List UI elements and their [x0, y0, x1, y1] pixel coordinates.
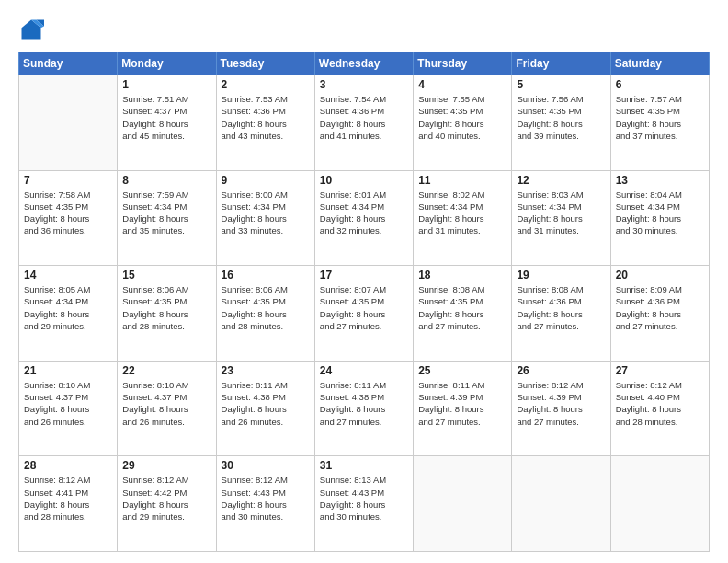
cell-content: Sunrise: 7:59 AMSunset: 4:34 PMDaylight:…	[122, 189, 210, 237]
day-number: 15	[122, 269, 210, 282]
cell-content: Sunrise: 8:06 AMSunset: 4:35 PMDaylight:…	[222, 283, 310, 332]
cell-w3-d2: 23Sunrise: 8:11 AMSunset: 4:38 PMDayligh…	[216, 361, 314, 456]
day-number: 28	[24, 459, 112, 472]
day-number: 7	[24, 174, 112, 187]
day-number: 8	[122, 174, 210, 187]
calendar-header-row: SundayMondayTuesdayWednesdayThursdayFrid…	[19, 52, 710, 75]
cell-w0-d2: 2Sunrise: 7:53 AMSunset: 4:36 PMDaylight…	[216, 75, 314, 171]
day-number: 21	[24, 364, 112, 377]
logo-icon	[18, 17, 44, 42]
cell-w4-d5	[512, 456, 610, 552]
cell-w4-d1: 29Sunrise: 8:12 AMSunset: 4:42 PMDayligh…	[118, 456, 216, 552]
day-number: 17	[320, 269, 408, 282]
day-number: 23	[222, 364, 310, 377]
day-number: 5	[517, 78, 605, 91]
cell-content: Sunrise: 8:10 AMSunset: 4:37 PMDaylight:…	[122, 379, 210, 428]
day-number: 30	[222, 459, 310, 472]
cell-w2-d1: 15Sunrise: 8:06 AMSunset: 4:35 PMDayligh…	[118, 266, 216, 362]
cell-content: Sunrise: 7:53 AMSunset: 4:36 PMDaylight:…	[222, 93, 310, 142]
week-row-2: 14Sunrise: 8:05 AMSunset: 4:34 PMDayligh…	[19, 266, 710, 362]
cell-w2-d3: 17Sunrise: 8:07 AMSunset: 4:35 PMDayligh…	[314, 266, 413, 362]
cell-w1-d4: 11Sunrise: 8:02 AMSunset: 4:34 PMDayligh…	[414, 170, 512, 266]
cell-w1-d3: 10Sunrise: 8:01 AMSunset: 4:34 PMDayligh…	[314, 170, 413, 266]
week-row-1: 7Sunrise: 7:58 AMSunset: 4:35 PMDaylight…	[19, 170, 710, 266]
col-header-monday: Monday	[118, 52, 216, 75]
page: SundayMondayTuesdayWednesdayThursdayFrid…	[0, 0, 728, 563]
cell-w4-d2: 30Sunrise: 8:12 AMSunset: 4:43 PMDayligh…	[216, 456, 314, 552]
day-number: 16	[222, 269, 310, 282]
header	[18, 17, 710, 42]
cell-content: Sunrise: 8:12 AMSunset: 4:39 PMDaylight:…	[517, 379, 605, 428]
cell-content: Sunrise: 8:09 AMSunset: 4:36 PMDaylight:…	[616, 283, 704, 332]
day-number: 24	[320, 364, 408, 377]
cell-w3-d0: 21Sunrise: 8:10 AMSunset: 4:37 PMDayligh…	[19, 361, 118, 456]
week-row-0: 1Sunrise: 7:51 AMSunset: 4:37 PMDaylight…	[19, 75, 710, 171]
cell-content: Sunrise: 8:05 AMSunset: 4:34 PMDaylight:…	[24, 283, 112, 332]
cell-w4-d0: 28Sunrise: 8:12 AMSunset: 4:41 PMDayligh…	[19, 456, 118, 552]
cell-w1-d5: 12Sunrise: 8:03 AMSunset: 4:34 PMDayligh…	[512, 170, 610, 266]
col-header-saturday: Saturday	[610, 52, 709, 75]
cell-w2-d0: 14Sunrise: 8:05 AMSunset: 4:34 PMDayligh…	[19, 266, 118, 362]
col-header-thursday: Thursday	[414, 52, 512, 75]
col-header-sunday: Sunday	[19, 52, 118, 75]
day-number: 14	[24, 269, 112, 282]
cell-w1-d0: 7Sunrise: 7:58 AMSunset: 4:35 PMDaylight…	[19, 170, 118, 266]
cell-w1-d2: 9Sunrise: 8:00 AMSunset: 4:34 PMDaylight…	[216, 170, 314, 266]
cell-w1-d1: 8Sunrise: 7:59 AMSunset: 4:34 PMDaylight…	[118, 170, 216, 266]
cell-w2-d4: 18Sunrise: 8:08 AMSunset: 4:35 PMDayligh…	[414, 266, 512, 362]
cell-content: Sunrise: 8:03 AMSunset: 4:34 PMDaylight:…	[517, 189, 605, 237]
cell-content: Sunrise: 8:00 AMSunset: 4:34 PMDaylight:…	[222, 189, 310, 237]
day-number: 18	[418, 269, 506, 282]
cell-w0-d1: 1Sunrise: 7:51 AMSunset: 4:37 PMDaylight…	[118, 75, 216, 171]
day-number: 27	[616, 364, 704, 377]
cell-content: Sunrise: 8:11 AMSunset: 4:38 PMDaylight:…	[222, 379, 310, 428]
cell-content: Sunrise: 8:10 AMSunset: 4:37 PMDaylight:…	[24, 379, 112, 428]
cell-content: Sunrise: 8:01 AMSunset: 4:34 PMDaylight:…	[320, 189, 408, 237]
cell-content: Sunrise: 7:57 AMSunset: 4:35 PMDaylight:…	[616, 93, 704, 142]
cell-content: Sunrise: 8:13 AMSunset: 4:43 PMDaylight:…	[320, 474, 408, 523]
cell-w4-d4	[414, 456, 512, 552]
day-number: 25	[418, 364, 506, 377]
day-number: 4	[418, 78, 506, 91]
cell-content: Sunrise: 8:07 AMSunset: 4:35 PMDaylight:…	[320, 283, 408, 332]
cell-content: Sunrise: 7:56 AMSunset: 4:35 PMDaylight:…	[517, 93, 605, 142]
day-number: 9	[222, 174, 310, 187]
day-number: 11	[418, 174, 506, 187]
cell-content: Sunrise: 7:51 AMSunset: 4:37 PMDaylight:…	[122, 93, 210, 142]
cell-content: Sunrise: 7:54 AMSunset: 4:36 PMDaylight:…	[320, 93, 408, 142]
week-row-3: 21Sunrise: 8:10 AMSunset: 4:37 PMDayligh…	[19, 361, 710, 456]
day-number: 13	[616, 174, 704, 187]
day-number: 20	[616, 269, 704, 282]
cell-content: Sunrise: 8:11 AMSunset: 4:38 PMDaylight:…	[320, 379, 408, 428]
day-number: 10	[320, 174, 408, 187]
day-number: 6	[616, 78, 704, 91]
calendar-table: SundayMondayTuesdayWednesdayThursdayFrid…	[18, 52, 710, 552]
cell-content: Sunrise: 7:58 AMSunset: 4:35 PMDaylight:…	[24, 189, 112, 237]
cell-w3-d1: 22Sunrise: 8:10 AMSunset: 4:37 PMDayligh…	[118, 361, 216, 456]
cell-w1-d6: 13Sunrise: 8:04 AMSunset: 4:34 PMDayligh…	[610, 170, 709, 266]
cell-content: Sunrise: 8:08 AMSunset: 4:36 PMDaylight:…	[517, 283, 605, 332]
day-number: 29	[122, 459, 210, 472]
cell-w0-d0	[19, 75, 118, 171]
cell-w3-d6: 27Sunrise: 8:12 AMSunset: 4:40 PMDayligh…	[610, 361, 709, 456]
cell-w2-d5: 19Sunrise: 8:08 AMSunset: 4:36 PMDayligh…	[512, 266, 610, 362]
cell-w0-d3: 3Sunrise: 7:54 AMSunset: 4:36 PMDaylight…	[314, 75, 413, 171]
col-header-friday: Friday	[512, 52, 610, 75]
cell-content: Sunrise: 8:08 AMSunset: 4:35 PMDaylight:…	[418, 283, 506, 332]
cell-content: Sunrise: 8:04 AMSunset: 4:34 PMDaylight:…	[616, 189, 704, 237]
cell-w3-d5: 26Sunrise: 8:12 AMSunset: 4:39 PMDayligh…	[512, 361, 610, 456]
cell-w0-d4: 4Sunrise: 7:55 AMSunset: 4:35 PMDaylight…	[414, 75, 512, 171]
cell-content: Sunrise: 8:11 AMSunset: 4:39 PMDaylight:…	[418, 379, 506, 428]
day-number: 26	[517, 364, 605, 377]
day-number: 22	[122, 364, 210, 377]
cell-content: Sunrise: 8:12 AMSunset: 4:42 PMDaylight:…	[122, 474, 210, 523]
day-number: 19	[517, 269, 605, 282]
col-header-wednesday: Wednesday	[314, 52, 413, 75]
cell-content: Sunrise: 8:12 AMSunset: 4:40 PMDaylight:…	[616, 379, 704, 428]
cell-content: Sunrise: 7:55 AMSunset: 4:35 PMDaylight:…	[418, 93, 506, 142]
logo	[18, 17, 48, 42]
cell-content: Sunrise: 8:12 AMSunset: 4:43 PMDaylight:…	[222, 474, 310, 523]
cell-w2-d6: 20Sunrise: 8:09 AMSunset: 4:36 PMDayligh…	[610, 266, 709, 362]
day-number: 3	[320, 78, 408, 91]
day-number: 31	[320, 459, 408, 472]
